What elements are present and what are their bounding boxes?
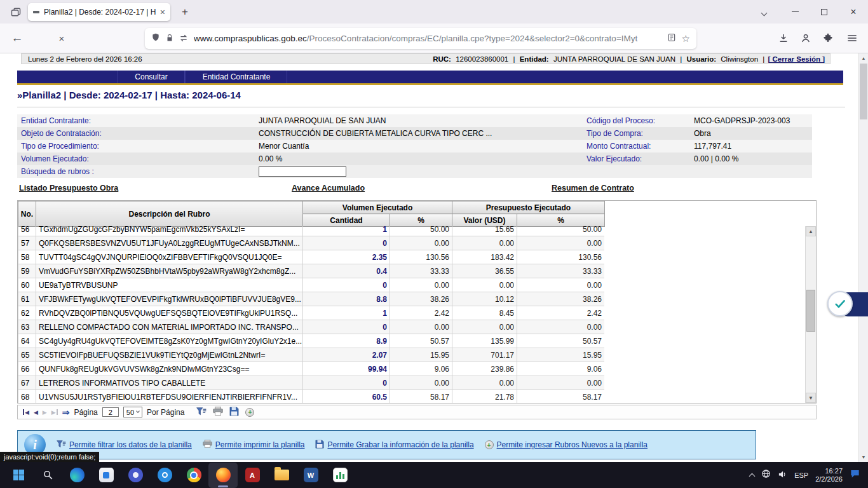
cerrar-sesion-link[interactable]: [ Cerrar Sesión ] [768,55,825,63]
scroll-down-icon[interactable]: ▼ [859,452,868,462]
ruc-label: RUC: [433,55,451,63]
taskbar-app-acrobat[interactable]: A [238,463,267,488]
taskbar-app-word[interactable]: W [296,463,325,488]
cell-cantidad[interactable]: 8.9 [303,334,390,348]
legend-filter-text[interactable]: Permite filtrar los datos de la planilla [69,440,192,449]
new-tab-button[interactable]: + [177,6,193,18]
grid-scrollbar-thumb[interactable] [806,290,815,332]
legend-save-text[interactable]: Permite Grabar la información de la plan… [327,440,473,449]
cell-cantidad[interactable]: 0 [303,376,390,390]
back-button[interactable]: ← [8,29,27,48]
volume-icon[interactable] [778,470,787,481]
stop-reload-button[interactable]: × [52,29,71,48]
page-size-select[interactable]: 50 [123,407,142,417]
filter-icon[interactable] [196,407,207,417]
table-row[interactable]: 68 U1VNSU5JU1RSTyBFIElOU1RBTEFDSU9OIERFI… [18,390,605,403]
firefox-view-button[interactable] [6,4,25,20]
print-icon[interactable] [213,407,223,417]
link-resumen-de-contrato[interactable]: Resumen de Contrato [552,184,634,193]
taskbar-app-edge[interactable] [62,463,92,488]
browser-tab[interactable]: Planilla2 | Desde: 2024-02-17 | Hasta: 2… [28,3,170,21]
taskbar-app-store[interactable] [92,463,121,488]
taskbar-app-chrome[interactable] [179,463,208,488]
tray-overflow-chevron-icon[interactable] [749,473,756,480]
taskbar-app-teams[interactable] [121,463,150,488]
menu-item-entidad-contratante[interactable]: Entidad Contratante [186,71,287,83]
table-row[interactable]: 59 VmVudGFuYSBiYXRpZW50ZSBhbHVtaW5pby92a… [18,264,605,278]
cell-cantidad[interactable]: 2.07 [303,348,390,362]
link-avance-acumulado[interactable]: Avance Acumulado [292,184,365,193]
account-icon[interactable] [796,29,815,48]
tab-close-icon[interactable]: × [160,8,165,17]
maximize-button[interactable] [810,0,839,24]
taskbar-app-firefox[interactable] [208,463,238,488]
cell-cantidad[interactable]: 0.4 [303,264,390,278]
first-page-button[interactable]: ◀ [23,409,29,416]
cell-cantidad[interactable]: 99.94 [303,362,390,376]
permissions-icon[interactable] [179,33,188,44]
cell-cantidad[interactable]: 1 [303,306,390,320]
hamburger-menu-icon[interactable] [843,29,862,48]
minimize-button[interactable] [780,0,810,24]
menu-item-consultar[interactable]: Consultar [118,71,185,83]
taskbar-clock[interactable]: 16:27 2/2/2026 [815,467,843,484]
network-icon[interactable] [761,469,771,481]
scroll-up-icon[interactable]: ▲ [806,226,816,236]
table-row[interactable]: 64 SC4gUy4gRU4gUkVQTEFOVElMTE8gZsK0Yz0gM… [18,334,605,348]
lock-icon[interactable] [166,33,173,44]
go-to-page-icon[interactable]: ⇒ [62,408,70,417]
page-scrollbar-thumb[interactable] [860,64,867,119]
table-row[interactable]: 57 Q0FKQSBERSBESVNZVU5UT1JFUyA0LzggREUgM… [18,236,605,250]
close-window-button[interactable]: × [839,0,868,24]
scroll-down-icon[interactable]: ▼ [806,393,816,403]
table-row[interactable]: 56 TGxhdmUgZGUgcGFzbyBNYW5pamEgcmVkb25kY… [18,226,605,236]
table-row[interactable]: 65 SC5TIEVOIFpBUEFUQSBZIE1VUk9TIEYtQz0gM… [18,348,605,362]
cell-cantidad[interactable]: 0 [303,320,390,334]
table-row[interactable]: 61 VFJBWkFETywgUkVQTEFOVEVPIFkgTklWRUxBQ… [18,292,605,306]
save-icon[interactable] [229,407,239,418]
url-bar[interactable]: www.compraspublicas.gob.ec/ProcesoContra… [145,28,696,49]
table-row[interactable]: 67 LETREROS INFORMATIVOS TIPO CABALLETE … [18,376,605,390]
search-button[interactable] [33,463,62,488]
notifications-icon[interactable] [850,469,860,481]
cell-descripcion: QUNFUk8gREUgUkVGVUVSWk8gZnk9NDIwMGtnY23C… [36,362,303,376]
table-row[interactable]: 63 RELLENO COMPACTADO CON MATERIAL IMPOR… [18,320,605,334]
cell-cantidad[interactable]: 0 [303,278,390,292]
prev-page-button[interactable]: ◀ [34,409,38,416]
table-row[interactable]: 60 UE9aTyBTRVBUSUNP 0 0.00 0.00 0.00 [18,278,605,292]
grid-scrollbar[interactable]: ▲ ▼ [805,226,816,403]
table-row[interactable]: 58 TUVTT04gSC4gQVJNQURPIElOQ0xZIFBBVEFTI… [18,250,605,264]
taskbar-app-file-explorer[interactable] [267,463,296,488]
tab-list-chevron-icon[interactable] [758,3,770,22]
shield-icon[interactable] [151,32,160,44]
link-listado-presupuesto-obra[interactable]: Listado Presupuesto Obra [19,184,118,193]
cell-cantidad[interactable]: 1 [303,226,390,236]
taskbar-app-excel[interactable] [325,463,355,488]
extensions-puzzle-icon[interactable] [818,29,837,48]
rubros-search-input[interactable] [259,166,346,177]
legend-print-text[interactable]: Permite imprimir la planilla [215,440,305,449]
bookmark-star-icon[interactable]: ☆ [682,33,690,44]
page-number-input[interactable] [102,407,119,417]
taskbar: A W ESP 16:27 2/2/2026 [0,462,868,488]
add-rubro-icon[interactable]: + [245,408,254,417]
scroll-up-icon[interactable]: ▲ [859,53,868,63]
legend-panel: i Permite filtrar los datos de la planil… [17,430,756,459]
cell-cantidad[interactable]: 60.5 [303,390,390,403]
reader-mode-icon[interactable] [667,33,676,44]
cell-cantidad[interactable]: 0 [303,236,390,250]
next-page-button[interactable]: ▶ [43,409,47,416]
table-row[interactable]: 62 RVhDQVZBQ0lPTiBNQU5VQUwgUEFSQSBQTElOV… [18,306,605,320]
taskbar-app-outlook[interactable] [150,463,179,488]
cell-cantidad[interactable]: 8.8 [303,292,390,306]
page-scrollbar[interactable]: ▲ ▼ [858,53,868,462]
cell-volumen-pct: 50.00 [390,226,452,236]
last-page-button[interactable]: ▶ [51,409,58,416]
table-row[interactable]: 66 QUNFUk8gREUgUkVGVUVSWk8gZnk9NDIwMGtnY… [18,362,605,376]
downloads-icon[interactable] [774,29,793,48]
language-indicator[interactable]: ESP [794,471,808,479]
cell-cantidad[interactable]: 2.35 [303,250,390,264]
accessibility-widget[interactable] [827,290,868,319]
start-button[interactable] [4,463,33,488]
legend-add-text[interactable]: Permite ingresar Rubros Nuevos a la plan… [497,440,648,449]
